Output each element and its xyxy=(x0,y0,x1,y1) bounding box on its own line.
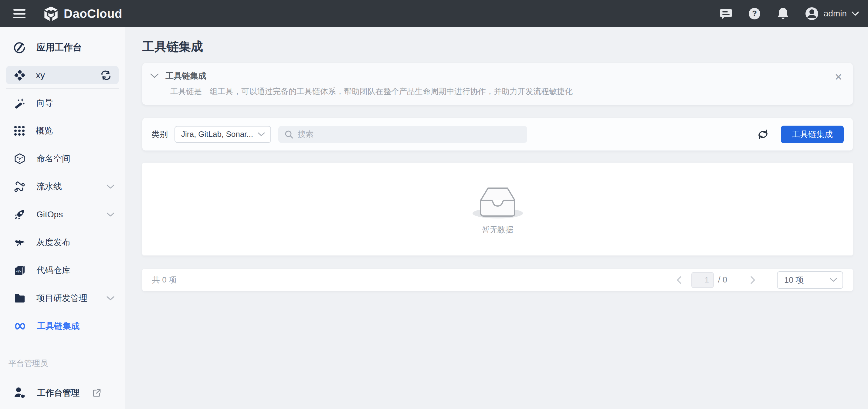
help-icon[interactable]: ? xyxy=(748,7,761,20)
feedback-icon[interactable] xyxy=(719,7,733,20)
external-link-icon xyxy=(92,388,101,398)
sidebar-item-label: 工作台管理 xyxy=(37,387,80,399)
banner-description: 工具链是一组工具，可以通过完备的工具链体系，帮助团队在整个产品生命周期中进行协作… xyxy=(170,86,829,97)
sidebar-item-label: 命名空间 xyxy=(36,153,70,164)
username: admin xyxy=(824,9,847,19)
brand: DaoCloud xyxy=(43,6,122,22)
grid-icon xyxy=(14,125,25,136)
search-icon xyxy=(284,130,293,139)
sidebar: 应用工作台 xy xyxy=(0,27,125,409)
page-number-input[interactable]: 1 xyxy=(691,272,714,288)
sidebar-item-label: 项目研发管理 xyxy=(36,292,87,304)
sidebar-item-label: 向导 xyxy=(36,97,54,108)
toolchain-integration-button[interactable]: 工具链集成 xyxy=(781,126,844,143)
wand-icon xyxy=(14,97,26,108)
search-box xyxy=(278,126,527,143)
sidebar-item-project-management[interactable]: 项目研发管理 xyxy=(0,284,125,312)
workspace-icon xyxy=(14,69,26,81)
sidebar-item-label: 工具链集成 xyxy=(37,320,80,332)
empty-state: 暂无数据 xyxy=(142,163,853,255)
sidebar-item-namespace[interactable]: 命名空间 xyxy=(0,145,125,172)
brand-name: DaoCloud xyxy=(64,7,122,21)
notification-bell-icon[interactable] xyxy=(776,7,790,20)
sidebar-item-gitops[interactable]: GitOps xyxy=(0,200,125,228)
sidebar-item-workbench-management[interactable]: 工作台管理 xyxy=(0,384,125,401)
topbar: DaoCloud ? xyxy=(0,0,868,27)
workspace-selector[interactable]: xy xyxy=(6,66,119,84)
sidebar-item-overview[interactable]: 概览 xyxy=(0,117,125,145)
sidebar-section-label: 平台管理员 xyxy=(8,357,125,369)
workspace-switch-icon[interactable] xyxy=(100,70,112,80)
avatar xyxy=(805,7,819,21)
chevron-down-icon xyxy=(830,278,837,282)
sidebar-divider xyxy=(6,88,119,89)
chevron-down-icon xyxy=(106,296,115,301)
folder-icon xyxy=(14,292,26,304)
svg-text:</>: </> xyxy=(17,270,21,273)
sidebar-item-label: 流水线 xyxy=(36,181,62,192)
sidebar-item-label: GitOps xyxy=(36,210,63,219)
chevron-down-icon xyxy=(106,185,115,189)
search-input[interactable] xyxy=(298,130,521,139)
page-title: 工具链集成 xyxy=(142,38,853,55)
category-select[interactable]: Jira, GitLab, Sonar... xyxy=(175,126,271,143)
banner-title: 工具链集成 xyxy=(165,70,206,81)
sidebar-item-app-workbench[interactable]: 应用工作台 xyxy=(0,39,125,56)
category-select-value: Jira, GitLab, Sonar... xyxy=(181,130,253,139)
workspace-name: xy xyxy=(36,70,45,81)
svg-text:?: ? xyxy=(752,9,757,18)
cube-icon xyxy=(14,153,26,164)
sidebar-item-toolchain-integration[interactable]: 工具链集成 xyxy=(0,312,125,340)
page-size-select[interactable]: 10 项 xyxy=(777,271,843,289)
user-menu[interactable]: admin xyxy=(805,7,859,21)
chevron-down-icon xyxy=(851,11,859,16)
sidebar-item-label: 灰度发布 xyxy=(36,237,70,248)
refresh-icon[interactable] xyxy=(756,128,769,140)
sidebar-item-pipeline[interactable]: 流水线 xyxy=(0,172,125,200)
next-page-icon[interactable] xyxy=(748,276,757,284)
category-label: 类别 xyxy=(151,129,168,140)
sidebar-item-label: 代码仓库 xyxy=(36,264,70,276)
pagination-bar: 共 0 项 1 / 0 10 项 xyxy=(142,269,853,291)
rocket-icon xyxy=(14,209,26,220)
empty-inbox-icon xyxy=(472,183,524,220)
sidebar-item-code-repository[interactable]: </> 代码仓库 xyxy=(0,256,125,284)
sidebar-item-label: 概览 xyxy=(36,125,53,136)
total-count: 共 0 项 xyxy=(152,275,177,285)
pipeline-icon xyxy=(14,181,26,192)
menu-toggle-icon[interactable] xyxy=(13,9,26,18)
page-count: / 0 xyxy=(718,275,727,285)
sidebar-header-label: 应用工作台 xyxy=(36,41,82,54)
collapse-chevron-icon[interactable] xyxy=(150,73,159,78)
main-content: 工具链集成 工具链集成 工具链是一组工具，可以通过完备的工具链体系，帮助团队在整… xyxy=(125,27,868,409)
prev-page-icon[interactable] xyxy=(674,276,683,284)
chevron-down-icon xyxy=(258,132,265,136)
sidebar-item-canary-release[interactable]: 灰度发布 xyxy=(0,228,125,256)
filter-bar: 类别 Jira, GitLab, Sonar... xyxy=(142,118,853,151)
infinity-icon xyxy=(14,322,26,330)
close-icon[interactable]: ✕ xyxy=(834,72,842,82)
admin-user-icon xyxy=(14,387,26,399)
empty-state-text: 暂无数据 xyxy=(482,224,514,235)
sidebar-item-wizard[interactable]: 向导 xyxy=(0,89,125,117)
daocloud-logo-icon xyxy=(43,6,59,22)
chevron-down-icon xyxy=(106,212,115,217)
code-repo-icon: </> xyxy=(14,264,26,276)
sidebar-divider xyxy=(6,351,119,351)
workbench-icon xyxy=(13,41,26,54)
info-banner: 工具链集成 工具链是一组工具，可以通过完备的工具链体系，帮助团队在整个产品生命周… xyxy=(142,63,853,105)
page-size-value: 10 项 xyxy=(784,275,804,285)
bird-icon xyxy=(14,237,26,248)
